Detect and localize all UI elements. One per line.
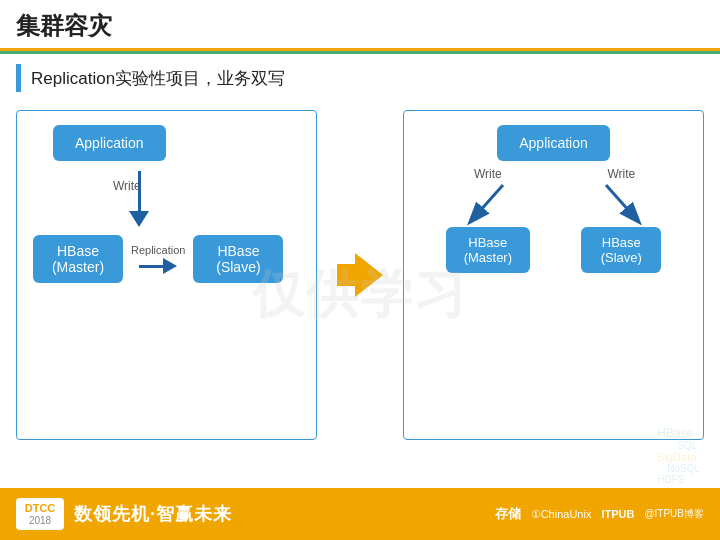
replication-arrow-head bbox=[163, 258, 177, 274]
footer-social: @ITPUB博客 bbox=[644, 507, 704, 521]
diag-arrow-left bbox=[463, 183, 513, 227]
right-hbase-master-box: HBase(Master) bbox=[446, 227, 530, 273]
right-middle: Write HBase(Master) bbox=[420, 165, 687, 273]
replication-arrow bbox=[139, 258, 177, 274]
replication-label: Replication bbox=[131, 244, 185, 256]
footer-logo2-text: ①ChinaUnix bbox=[531, 508, 592, 521]
left-bottom-row: HBase(Master) Replication HBase(Slave) bbox=[33, 235, 283, 283]
right-hbase-slave-box: HBase(Slave) bbox=[581, 227, 661, 273]
svg-line-0 bbox=[471, 185, 503, 221]
footer-logo-hbase: 存储 bbox=[495, 505, 521, 523]
footer-slogan: 数领先机·智赢未来 bbox=[74, 502, 232, 526]
footer-logo3-text: ITPUB bbox=[601, 508, 634, 520]
footer-dtcc-year: 2018 bbox=[29, 515, 51, 526]
right-diagram: Application Write bbox=[420, 125, 687, 423]
main-content: Application Write HBase(Master) Replicat… bbox=[0, 100, 720, 450]
left-diagram: Application Write HBase(Master) Replicat… bbox=[33, 125, 300, 423]
footer-logos: 存储 ①ChinaUnix ITPUB @ITPUB博客 bbox=[495, 505, 704, 523]
left-application-box: Application bbox=[53, 125, 166, 161]
right-application-box: Application bbox=[497, 125, 610, 161]
svg-line-1 bbox=[606, 185, 638, 221]
page-title: 集群容灾 bbox=[16, 12, 112, 39]
right-right-col: Write HBase(Slave) bbox=[581, 165, 661, 273]
footer: DTCC 2018 数领先机·智赢未来 存储 ①ChinaUnix ITPUB … bbox=[0, 488, 720, 540]
footer-dtcc-badge: DTCC 2018 bbox=[16, 498, 64, 529]
right-left-col: Write HBase(Master) bbox=[446, 165, 530, 273]
arrow-head bbox=[355, 253, 383, 297]
header: 集群容灾 bbox=[0, 0, 720, 51]
footer-dtcc-text: DTCC bbox=[25, 502, 56, 514]
big-arrow-shape bbox=[337, 253, 383, 297]
transition-arrow bbox=[337, 253, 383, 297]
right-diagram-box: Application Write bbox=[403, 110, 704, 440]
left-app-top: Application bbox=[33, 125, 166, 161]
left-write-arrow-group: Write bbox=[81, 165, 149, 227]
left-hbase-slave-box: HBase(Slave) bbox=[193, 235, 283, 283]
subtitle-accent bbox=[16, 64, 21, 92]
footer-logo-chinaunix: ①ChinaUnix bbox=[531, 508, 592, 521]
left-diagram-box: Application Write HBase(Master) Replicat… bbox=[16, 110, 317, 440]
footer-logo-itpub: ITPUB bbox=[601, 508, 634, 520]
left-hbase-master-box: HBase(Master) bbox=[33, 235, 123, 283]
footer-logo1-text: 存储 bbox=[495, 505, 521, 523]
subtitle-bar: Replication实验性项目，业务双写 bbox=[0, 54, 720, 100]
replication-arrow-group: Replication bbox=[131, 244, 185, 274]
replication-arrow-line bbox=[139, 265, 163, 268]
right-write-left-label: Write bbox=[474, 167, 502, 181]
diag-arrow-right bbox=[596, 183, 646, 227]
right-app-top: Application bbox=[497, 125, 610, 161]
subtitle-text: Replication实验性项目，业务双写 bbox=[31, 67, 285, 90]
left-arrow-down-head bbox=[129, 211, 149, 227]
left-write-label: Write bbox=[113, 179, 141, 193]
arrow-body bbox=[337, 264, 355, 286]
right-write-right-label: Write bbox=[607, 167, 635, 181]
